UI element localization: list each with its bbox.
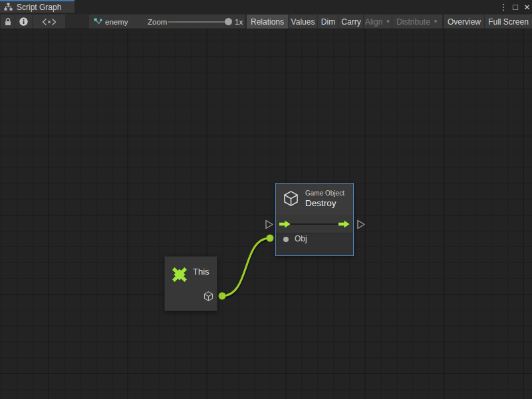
info-icon [19,17,28,26]
align-button[interactable]: Align ▼ [364,15,392,29]
zoom-slider-track[interactable] [168,21,227,23]
graph-hierarchy-icon [4,3,13,11]
values-label: Values [291,17,315,27]
lock-button[interactable] [1,15,15,29]
zoom-level-value: 1x [235,14,243,29]
lock-icon [4,17,12,26]
carry-button[interactable]: Carry [339,15,364,29]
close-icon[interactable]: ✕ [522,0,532,14]
flow-in-arrow-icon[interactable] [279,220,291,228]
destroy-node-category: Game Object [305,190,344,197]
node-this[interactable]: This [164,256,217,311]
overview-label: Overview [448,17,481,27]
chevron-down-icon: ▼ [433,19,438,25]
relation-line [290,223,339,225]
this-self-icon [170,265,190,285]
value-wire[interactable] [222,238,270,296]
distribute-label: Distribute [396,17,430,27]
this-node-title: This [193,267,209,277]
obj-input-port[interactable] [283,237,289,242]
dim-label: Dim [321,17,335,27]
node-destroy[interactable]: Game Object Destroy Obj [275,183,354,256]
destroy-node-obj-row: Obj [276,233,353,255]
full-screen-label: Full Screen [488,17,529,27]
wire-start-dot [219,293,226,300]
distribute-button[interactable]: Distribute ▼ [392,15,442,29]
obj-port-label: Obj [295,234,307,243]
destroy-node-name: Destroy [305,198,336,208]
game-object-cube-icon [282,190,300,207]
destroy-node-header: Game Object Destroy [276,184,353,215]
script-graph-window: Script Graph ⋮ □ ✕ [0,0,532,399]
relations-label: Relations [251,17,284,27]
relations-button[interactable]: Relations [247,15,289,29]
info-button[interactable] [15,15,32,29]
title-bar: Script Graph ⋮ □ ✕ [0,0,532,14]
full-screen-button[interactable]: Full Screen [485,15,532,29]
code-angle-icon [42,18,57,26]
connector-visibility-button[interactable] [33,15,65,29]
tab-script-graph[interactable]: Script Graph [0,0,74,13]
destroy-node-flow-row [276,215,353,233]
flow-input-triangle-icon[interactable] [265,219,274,229]
connection-layer [0,29,532,399]
zoom-slider-handle[interactable] [225,18,232,25]
zoom-label: Zoom [148,14,167,29]
chevron-down-icon: ▼ [385,19,390,25]
flow-output-triangle-icon[interactable] [356,219,366,229]
game-object-output-port-cube-icon[interactable] [203,291,214,302]
carry-label: Carry [341,17,360,27]
graph-name-label: enemy [105,14,128,29]
graph-canvas[interactable]: This Game Object Destroy [0,29,532,399]
window-menu-icon[interactable]: ⋮ [499,0,508,14]
dim-button[interactable]: Dim [318,15,339,29]
align-label: Align [365,17,383,27]
flow-out-arrow-icon[interactable] [338,220,350,228]
graph-toolbar: enemy Zoom 1x Relations Values Dim Carry… [0,14,532,29]
overview-button[interactable]: Overview [444,15,485,29]
wire-end-dot [267,235,274,242]
values-button[interactable]: Values [289,15,318,29]
graph-asset-icon [92,15,104,29]
tab-title: Script Graph [17,3,61,12]
maximize-icon[interactable]: □ [510,0,521,14]
